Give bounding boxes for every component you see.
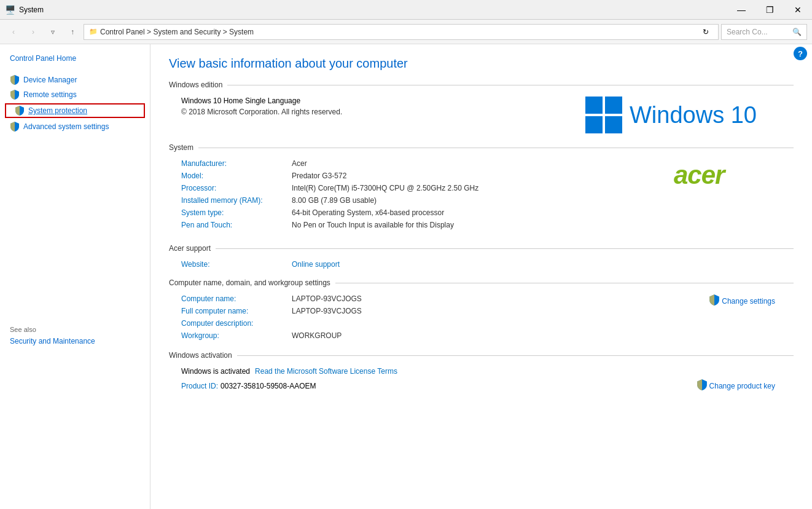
product-id-row: Product ID: 00327-35810-59508-AAOEM Chan… xyxy=(181,379,794,392)
computer-description-value xyxy=(292,319,709,328)
system-type-label: System type: xyxy=(181,208,292,217)
search-placeholder: Search Co... xyxy=(727,28,790,36)
windows-squares xyxy=(585,97,622,133)
windows-edition-info: Windows 10 Home Single Language © 2018 M… xyxy=(181,97,342,116)
windows-edition-section-header: Windows edition xyxy=(169,81,794,89)
model-value: Predator G3-572 xyxy=(292,172,671,180)
processor-label: Processor: xyxy=(181,184,292,192)
page-title: View basic information about your comput… xyxy=(169,57,794,71)
help-button[interactable]: ? xyxy=(794,47,807,60)
change-product-key-button[interactable]: Change product key xyxy=(697,379,775,392)
sidebar-item-advanced-system-settings[interactable]: Advanced system settings xyxy=(0,119,150,134)
website-value: Online support xyxy=(292,260,794,269)
remote-settings-label: Remote settings xyxy=(23,90,77,99)
computer-description-label: Computer description: xyxy=(181,319,292,328)
computer-name-divider xyxy=(335,283,794,283)
windows-activation-title: Windows activation xyxy=(169,351,237,360)
change-settings-button[interactable]: Change settings xyxy=(709,294,775,307)
recent-locations-button[interactable]: ▿ xyxy=(44,23,61,41)
title-bar-icon: 🖥️ xyxy=(5,5,15,15)
computer-name-value: LAPTOP-93VCJOGS xyxy=(292,294,709,303)
model-label: Model: xyxy=(181,172,292,180)
windows-activation-section-header: Windows activation xyxy=(169,351,794,360)
online-support-link[interactable]: Online support xyxy=(292,260,340,269)
windows-activation-divider xyxy=(237,355,794,356)
sidebar-item-remote-settings[interactable]: Remote settings xyxy=(0,87,150,102)
back-button[interactable]: ‹ xyxy=(5,23,22,41)
windows-logo-text: Windows 10 xyxy=(630,102,757,128)
workgroup-label: Workgroup: xyxy=(181,331,292,340)
product-id-label: Product ID: xyxy=(181,382,218,390)
ram-label: Installed memory (RAM): xyxy=(181,196,292,205)
advanced-system-settings-label: Advanced system settings xyxy=(23,122,109,131)
system-section-header: System xyxy=(169,143,794,152)
shield-icon-remote-settings xyxy=(10,90,20,100)
win-square-bl xyxy=(585,116,603,133)
ram-value: 8.00 GB (7.89 GB usable) xyxy=(292,196,671,205)
pen-touch-label: Pen and Touch: xyxy=(181,221,292,229)
windows-edition-title: Windows edition xyxy=(169,81,227,89)
sidebar-home-link[interactable]: Control Panel Home xyxy=(0,52,150,68)
acer-support-divider xyxy=(216,248,794,249)
security-maintenance-link[interactable]: Security and Maintenance xyxy=(0,336,150,347)
shield-icon-system-protection xyxy=(15,106,25,116)
title-bar-title: System xyxy=(19,6,44,14)
system-title: System xyxy=(169,143,198,152)
svg-text:acer: acer xyxy=(674,160,727,189)
computer-name-section-header: Computer name, domain, and workgroup set… xyxy=(169,278,794,287)
search-box[interactable]: Search Co... 🔍 xyxy=(721,24,807,40)
change-key-container: Change product key xyxy=(697,379,775,392)
shield-icon-advanced-settings xyxy=(10,122,20,132)
full-computer-name-value: LAPTOP-93VCJOGS xyxy=(292,307,709,315)
close-button[interactable]: ✕ xyxy=(784,0,812,20)
acer-support-section-header: Acer support xyxy=(169,244,794,253)
up-button[interactable]: ↑ xyxy=(64,23,81,41)
see-also-heading: See also xyxy=(0,318,150,336)
acer-support-title: Acer support xyxy=(169,244,216,253)
computer-name-label: Computer name: xyxy=(181,294,292,303)
acer-logo: acer xyxy=(671,159,757,195)
search-icon: 🔍 xyxy=(792,28,802,36)
forward-button[interactable]: › xyxy=(25,23,42,41)
windows-edition-name: Windows 10 Home Single Language xyxy=(181,97,342,105)
processor-value: Intel(R) Core(TM) i5-7300HQ CPU @ 2.50GH… xyxy=(292,184,671,192)
system-info-grid: Manufacturer: Acer Model: Predator G3-57… xyxy=(169,159,671,229)
win-square-tr xyxy=(605,97,622,114)
device-manager-label: Device Manager xyxy=(23,76,77,84)
change-settings-label: Change settings xyxy=(722,297,775,306)
workgroup-value: WORKGROUP xyxy=(292,331,709,340)
address-path[interactable]: Control Panel > System and Security > Sy… xyxy=(100,28,698,36)
shield-icon-device-manager xyxy=(10,75,20,85)
change-settings-container: Change settings xyxy=(709,294,775,307)
change-key-label: Change product key xyxy=(709,382,775,390)
system-type-value: 64-bit Operating System, x64-based proce… xyxy=(292,208,671,217)
license-terms-link[interactable]: Read the Microsoft Software License Term… xyxy=(255,367,397,376)
computer-name-area: Computer name: LAPTOP-93VCJOGS Full comp… xyxy=(169,294,794,344)
minimize-button[interactable]: — xyxy=(727,0,755,20)
maximize-button[interactable]: ❐ xyxy=(755,0,784,20)
pen-touch-value: No Pen or Touch Input is available for t… xyxy=(292,221,671,229)
acer-support-grid: Website: Online support xyxy=(169,260,794,269)
activated-text: Windows is activated xyxy=(181,367,250,376)
win-square-br xyxy=(605,116,622,133)
product-id-container: Product ID: 00327-35810-59508-AAOEM xyxy=(181,382,316,390)
system-protection-label: System protection xyxy=(28,106,87,115)
windows-logo: Windows 10 xyxy=(585,97,757,133)
manufacturer-value: Acer xyxy=(292,159,671,168)
windows-edition-divider xyxy=(227,85,794,85)
acer-logo-container: acer xyxy=(671,159,757,195)
main-layout: ? Control Panel Home Device Manager xyxy=(0,44,812,509)
address-bar: ‹ › ▿ ↑ 📁 Control Panel > System and Sec… xyxy=(0,20,812,44)
manufacturer-label: Manufacturer: xyxy=(181,159,292,168)
sidebar: Control Panel Home Device Manager Remote… xyxy=(0,44,150,509)
sidebar-item-system-protection[interactable]: System protection xyxy=(5,103,145,118)
win-square-tl xyxy=(585,97,603,114)
computer-name-grid: Computer name: LAPTOP-93VCJOGS Full comp… xyxy=(181,294,709,344)
product-id-value: 00327-35810-59508-AAOEM xyxy=(221,382,316,390)
activation-row: Windows is activated Read the Microsoft … xyxy=(181,367,794,376)
sidebar-item-device-manager[interactable]: Device Manager xyxy=(0,73,150,87)
refresh-button[interactable]: ↻ xyxy=(698,24,713,40)
title-bar: 🖥️ System — ❐ ✕ xyxy=(0,0,812,20)
content-area: View basic information about your comput… xyxy=(150,44,812,509)
website-label: Website: xyxy=(181,260,292,269)
